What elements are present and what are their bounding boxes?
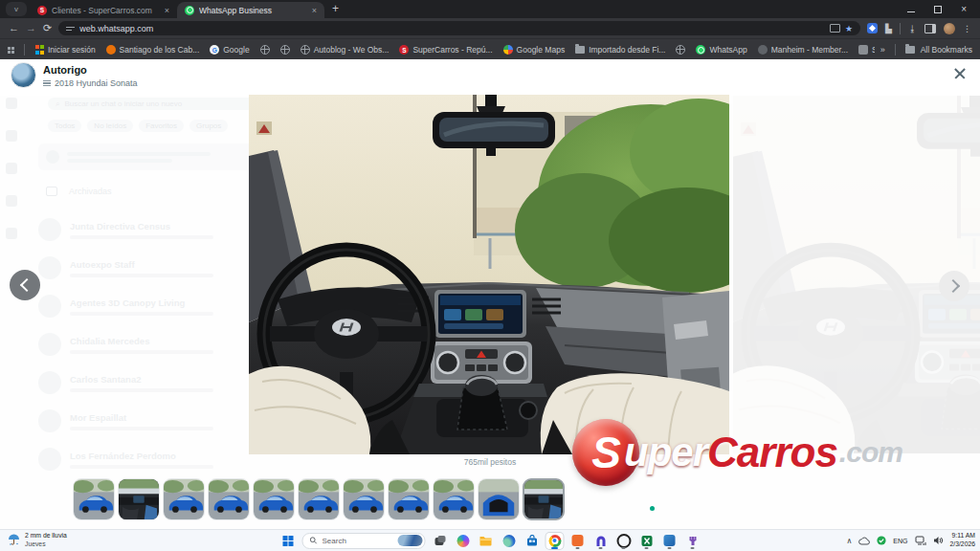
photo-thumbnail-exterior-front-left[interactable] [298, 478, 340, 520]
profile-avatar[interactable] [944, 23, 955, 34]
photo-thumbnail-exterior-rear-left[interactable] [388, 478, 430, 520]
minimize-icon[interactable] [907, 7, 915, 12]
all-bookmarks-label[interactable]: All Bookmarks [921, 45, 972, 55]
folder-icon [575, 46, 585, 54]
caption-lines-icon [43, 80, 51, 87]
side-panel-icon[interactable] [924, 24, 936, 33]
car-interior-photo[interactable] [249, 95, 729, 454]
start-button[interactable] [279, 533, 297, 549]
cast-icon[interactable] [830, 24, 840, 33]
photo-thumbnail-interior-rear-seat[interactable] [118, 478, 160, 520]
onedrive-cloud-icon[interactable] [858, 537, 870, 545]
bookmark-item[interactable]: GGoogle [206, 43, 253, 56]
sender-avatar[interactable] [11, 62, 36, 88]
site-settings-icon[interactable] [66, 27, 75, 31]
archive-icon [46, 187, 57, 196]
maximize-icon[interactable] [934, 6, 942, 13]
bookmark-item[interactable]: SSuperCarros - Repú... [395, 43, 496, 56]
photo-thumbnail-exterior-rear[interactable] [433, 478, 475, 520]
search-icon: ⌕ [56, 99, 59, 109]
reload-icon[interactable]: ⟳ [43, 23, 52, 33]
previous-photo-button[interactable] [10, 270, 40, 300]
tab-close-icon[interactable]: × [312, 6, 317, 15]
viewer-close-icon[interactable] [953, 67, 967, 80]
pinned-extension-icon[interactable] [867, 23, 878, 33]
taskbar-app-file-explorer[interactable] [478, 533, 495, 549]
taskbar-app-chrome[interactable] [546, 533, 564, 549]
tray-chevron-up-icon[interactable]: ∧ [847, 537, 853, 545]
taskbar-app-edge[interactable] [501, 533, 518, 549]
taskbar-app-orange-app[interactable] [569, 533, 587, 549]
search-placeholder: Search [323, 537, 393, 545]
car-interior-art [249, 95, 729, 454]
taskbar-app-blue-app[interactable] [661, 533, 679, 549]
tab-close-icon[interactable]: × [165, 6, 169, 15]
taskbar-app-store[interactable] [523, 533, 541, 549]
bookmark-item[interactable]: Manheim - Member... [754, 43, 852, 56]
taskbar-app-task-view[interactable] [432, 533, 449, 549]
tab-search-chevron-icon[interactable]: v [6, 2, 27, 16]
bookmark-item[interactable]: Importado desde Fi... [571, 43, 669, 56]
bookmark-item[interactable]: Southern Auto Auct... [855, 43, 875, 56]
media-subtitle: 2018 Hyundai Sonata [43, 78, 138, 88]
photo-thumbnail-exterior-rear[interactable] [343, 478, 385, 520]
orange-site-icon [106, 45, 116, 55]
downloads-icon[interactable]: ⭳ [908, 24, 917, 33]
windows-logo-icon [282, 536, 293, 546]
bookmark-item[interactable]: Iniciar sesión [31, 43, 100, 56]
chat-search-input: ⌕ Buscar un chat o iniciar uno nuevo [48, 98, 269, 110]
url-bar[interactable]: web.whatsapp.com ★ [58, 21, 860, 35]
bookmark-label: Importado desde Fi... [589, 45, 665, 55]
photo-thumbnail-exterior-front[interactable] [163, 478, 205, 520]
running-indicator [645, 547, 649, 549]
volume-icon[interactable] [933, 536, 944, 545]
bookmark-label: Google [223, 45, 249, 55]
network-icon[interactable] [915, 536, 926, 545]
photo-thumbnail-exterior-side-left[interactable] [253, 478, 295, 520]
watermark-uper: uper [624, 430, 707, 475]
window-close-icon[interactable]: × [961, 6, 967, 13]
bookmark-item[interactable]: Santiago de los Cab... [102, 43, 204, 56]
system-tray: ∧ ENG 9:11 AM 2/3/2026 [847, 530, 976, 551]
tab-clientes-supercarros[interactable]: S Clientes - SuperCarros.com × [30, 2, 177, 18]
bookmark-item[interactable]: Autoblog - We Obs... [297, 43, 393, 56]
bookmark-item[interactable] [256, 43, 274, 56]
settings-icon [6, 228, 17, 239]
supercarros-watermark: S uper Carros .com [572, 415, 902, 490]
bookmark-label: SuperCarros - Repú... [412, 45, 492, 55]
taskbar-app-n-app[interactable] [592, 533, 610, 549]
taskbar-search[interactable]: Search [302, 533, 426, 549]
taskbar-app-copilot[interactable] [455, 533, 472, 549]
apps-grid-icon[interactable] [8, 47, 14, 54]
chat-filter-chip: Grupos [189, 120, 228, 132]
photo-thumbnail-exterior-front-left[interactable] [73, 478, 115, 520]
weather-widget[interactable]: 2 mm de lluvia Jueves [8, 532, 67, 549]
bookmark-star-icon[interactable]: ★ [845, 24, 853, 33]
bookmark-item[interactable] [672, 43, 689, 56]
taskbar-app-media-app[interactable] [684, 533, 702, 549]
menu-dots-icon[interactable]: ⋮ [963, 24, 971, 33]
bookmark-item[interactable]: WhatsApp [692, 43, 750, 56]
antivirus-shield-icon[interactable] [877, 536, 886, 545]
chat-avatar [38, 295, 61, 318]
toolbar-right: ▙ ⭳ ⋮ [867, 23, 971, 34]
extensions-puzzle-icon[interactable]: ▙ [885, 24, 892, 33]
bookmark-item[interactable]: Google Maps [500, 43, 569, 56]
photo-thumbnail-exterior-side-right[interactable] [208, 478, 250, 520]
forward-icon[interactable]: → [26, 23, 36, 33]
bookmarks-overflow-chevron[interactable]: » [880, 45, 885, 55]
rain-umbrella-icon [8, 534, 20, 546]
photo-thumbnail-interior-dash[interactable] [523, 478, 565, 520]
new-tab-button[interactable]: + [332, 2, 339, 15]
tab-whatsapp-business[interactable]: WhatsApp Business × [177, 2, 324, 18]
taskbar-clock[interactable]: 9:11 AM 2/3/2026 [950, 532, 975, 549]
taskbar-app-ring-app[interactable] [615, 533, 633, 549]
bookmark-item[interactable] [277, 43, 294, 56]
tab-title: Clientes - SuperCarros.com [52, 6, 160, 15]
photo-thumbnail-trunk-open[interactable] [478, 478, 520, 520]
taskbar-app-excel[interactable] [638, 533, 656, 549]
next-photo-button[interactable] [939, 271, 969, 301]
language-indicator[interactable]: ENG [893, 538, 907, 544]
back-icon[interactable]: ← [9, 23, 19, 33]
archived-row: Archivadas [46, 187, 112, 196]
